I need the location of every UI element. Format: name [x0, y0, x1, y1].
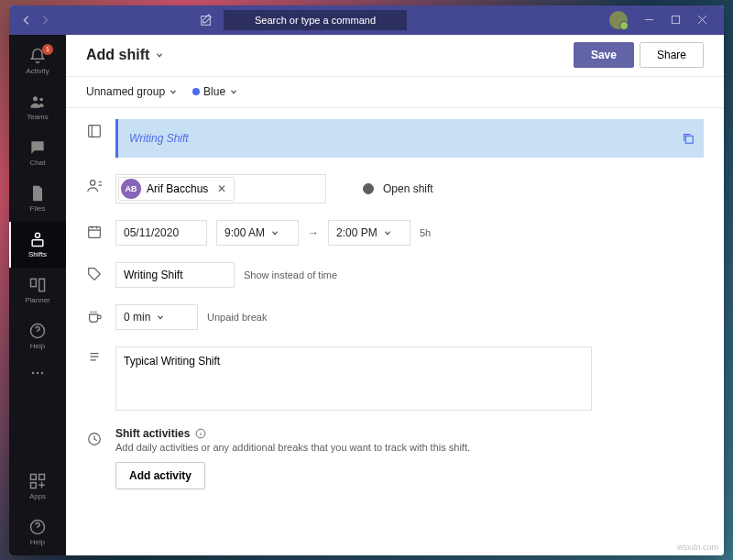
title-chevron-icon[interactable]	[155, 50, 164, 60]
svg-rect-7	[39, 279, 45, 291]
rail-teams[interactable]: Teams	[9, 84, 66, 130]
break-icon	[86, 308, 103, 324]
remove-assignee-icon[interactable]: ✕	[217, 182, 226, 195]
nav-forward-icon[interactable]	[38, 14, 51, 27]
page-header: Add shift Save Share	[66, 35, 724, 77]
app-rail: Activity 1 Teams Chat Files Shifts Pl	[9, 35, 66, 555]
calendar-icon	[86, 224, 103, 240]
notes-field[interactable]	[115, 346, 592, 411]
window-close-icon[interactable]	[697, 15, 707, 25]
rail-files[interactable]: Files	[9, 176, 66, 222]
assignee-icon	[86, 178, 103, 194]
watermark: wsxdn.com	[677, 543, 718, 552]
search-input[interactable]: Search or type a command	[224, 10, 407, 30]
assignee-chip[interactable]: AB Arif Bacchus ✕	[118, 177, 235, 201]
window-maximize-icon[interactable]	[671, 15, 681, 25]
window-minimize-icon[interactable]	[644, 15, 654, 25]
rail-planner[interactable]: Planner	[9, 268, 66, 313]
tag-icon	[86, 266, 103, 282]
rail-apps[interactable]: Apps	[9, 464, 66, 510]
compose-icon[interactable]	[200, 14, 213, 27]
rail-chat[interactable]: Chat	[9, 130, 66, 176]
rail-activity[interactable]: Activity 1	[9, 38, 66, 84]
svg-point-11	[41, 371, 44, 374]
svg-rect-17	[685, 136, 693, 143]
date-field[interactable]: 05/11/2020	[115, 220, 207, 246]
shift-title-input[interactable]: Writing Shift	[115, 119, 704, 158]
svg-point-2	[33, 96, 38, 101]
color-dropdown[interactable]: Blue	[192, 85, 238, 98]
svg-rect-19	[89, 226, 101, 237]
open-shift-radio[interactable]	[363, 183, 374, 194]
break-duration-field[interactable]: 0 min	[115, 304, 198, 330]
svg-rect-14	[31, 483, 37, 489]
subheader: Unnamed group Blue	[66, 77, 724, 108]
svg-point-3	[39, 98, 43, 102]
titlebar: Search or type a command	[9, 5, 724, 35]
user-avatar[interactable]	[609, 11, 628, 29]
assignee-avatar: AB	[121, 179, 141, 199]
svg-rect-5	[32, 240, 43, 247]
activities-description: Add daily activities or any additional b…	[115, 442, 704, 453]
add-activity-button[interactable]: Add activity	[115, 462, 205, 489]
info-icon[interactable]	[195, 428, 206, 439]
notes-icon	[86, 350, 103, 367]
rail-more[interactable]	[9, 359, 66, 387]
custom-label-field[interactable]	[115, 262, 235, 288]
svg-rect-12	[31, 475, 37, 480]
svg-point-4	[36, 233, 40, 237]
page-title: Add shift	[86, 47, 149, 63]
svg-point-9	[32, 371, 35, 374]
start-time-field[interactable]: 9:00 AM	[216, 220, 299, 246]
arrow-icon: →	[308, 226, 319, 239]
activity-badge: 1	[42, 44, 53, 55]
group-dropdown[interactable]: Unnamed group	[86, 85, 178, 98]
copy-icon[interactable]	[682, 132, 695, 145]
open-shift-label: Open shift	[383, 182, 433, 195]
svg-rect-13	[39, 475, 45, 480]
svg-rect-1	[672, 16, 679, 23]
end-time-field[interactable]: 2:00 PM	[328, 220, 410, 246]
nav-back-icon[interactable]	[20, 14, 33, 27]
break-type-label: Unpaid break	[207, 312, 267, 323]
rail-shifts[interactable]: Shifts	[9, 222, 66, 268]
save-button[interactable]: Save	[574, 42, 634, 68]
svg-rect-6	[31, 279, 37, 286]
color-dot-icon	[192, 88, 200, 95]
activities-heading: Shift activities	[115, 427, 704, 440]
title-icon	[86, 123, 103, 139]
label-hint: Show instead of time	[244, 269, 337, 280]
duration-label: 5h	[420, 227, 431, 238]
svg-point-18	[91, 180, 95, 184]
activities-icon	[86, 431, 103, 447]
share-button[interactable]: Share	[640, 42, 704, 68]
rail-help[interactable]: Help	[9, 313, 66, 359]
rail-help-bottom[interactable]: Help	[9, 510, 66, 555]
svg-rect-16	[89, 125, 101, 137]
assignee-field[interactable]: AB Arif Bacchus ✕	[115, 174, 326, 203]
svg-point-10	[37, 371, 39, 374]
